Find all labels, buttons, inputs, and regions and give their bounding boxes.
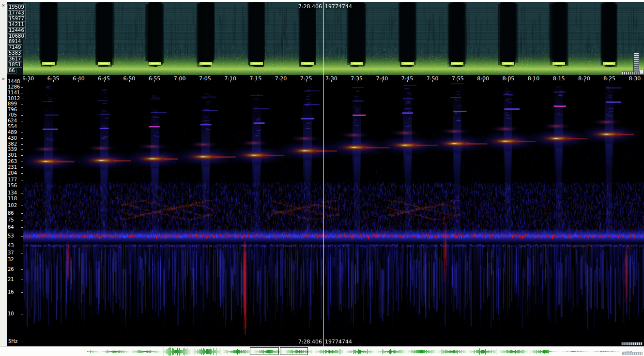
frequency-tick-label: 134 [8, 191, 17, 195]
frequency-tick [21, 280, 23, 280]
frequency-scale-top: 1950917743159771421112446106808914714953… [7, 2, 23, 75]
frequency-tick-label: 177 [8, 178, 17, 182]
overview-strip [0, 346, 644, 356]
time-tick [382, 80, 383, 82]
frequency-tick-label: 53 [8, 234, 14, 238]
frequency-tick-label: 705 [8, 113, 17, 118]
frequency-tick [21, 87, 23, 88]
frequency-tick [21, 167, 23, 168]
time-tick-label: 6:30 [23, 75, 34, 82]
close-top-pane-button[interactable]: × [0, 2, 6, 8]
frequency-tick-label: 26 [8, 267, 14, 272]
frequency-tick [21, 144, 23, 145]
frequency-tick-label: 899 [8, 102, 17, 106]
cursor-time-label: 7:28.406 [298, 3, 322, 10]
frequency-tick [21, 206, 23, 206]
spectrogram-canvas-top[interactable] [23, 2, 644, 75]
time-tick [432, 80, 433, 82]
cursor-time-label: 7:28.406 [298, 339, 322, 345]
time-tick [53, 80, 54, 82]
frequency-tick [21, 186, 23, 186]
frequency-tick [21, 149, 23, 150]
overview-waveform-canvas[interactable] [7, 347, 644, 356]
frequency-tick [21, 127, 23, 127]
frequency-tick-label: 3617 [7, 56, 22, 62]
frequency-tick-label: 12446 [7, 28, 26, 33]
app-window: × × 195091774315977142111244610680891471… [0, 0, 644, 356]
frequency-tick-label: 21 [8, 277, 14, 282]
frequency-tick-label: 1448 [8, 79, 20, 84]
time-tick [331, 80, 332, 82]
horizontal-zoom-thumbwheel-main[interactable] [621, 342, 643, 345]
time-tick [306, 80, 307, 82]
frequency-tick-label: 14211 [7, 22, 26, 28]
time-tick [104, 80, 105, 82]
frequency-tick-label: 1286 [8, 85, 20, 89]
cursor-frame-label: 19774744 [325, 339, 352, 345]
frequency-tick-label: 43 [8, 243, 14, 248]
frequency-tick-label: 64 [8, 225, 14, 230]
overview-selection-box[interactable] [250, 347, 279, 355]
frequency-tick [21, 269, 23, 270]
frequency-tick-label: 231 [8, 165, 17, 170]
frequency-tick-label: 489 [8, 130, 17, 135]
spectrogram-pane-main: 6:306:356:406:456:506:557:007:057:107:15… [7, 75, 644, 346]
frequency-tick [21, 162, 23, 162]
frequency-tick [21, 292, 23, 293]
frequency-tick-label: 15977 [7, 16, 26, 22]
frequency-tick-label: 554 [8, 124, 17, 129]
time-tick [610, 80, 610, 82]
spectrogram-canvas-main[interactable] [23, 82, 644, 346]
close-main-pane-button[interactable]: × [0, 76, 6, 82]
time-tick [559, 80, 559, 82]
time-tick [458, 80, 458, 82]
time-tick [230, 80, 231, 82]
playback-cursor-line-top [323, 2, 324, 75]
frequency-tick [21, 104, 23, 104]
frequency-tick-label: 10 [8, 312, 14, 316]
frequency-tick-label: 382 [8, 142, 17, 147]
frequency-tick [21, 99, 23, 99]
frequency-tick [21, 246, 23, 246]
frequency-tick-label: 624 [8, 119, 17, 123]
frequency-tick-label: 8914 [7, 39, 22, 44]
time-tick [534, 80, 534, 82]
time-tick [129, 80, 130, 82]
cursor-frame-label: 19774744 [325, 3, 352, 10]
time-tick [584, 80, 584, 82]
frequency-tick [21, 236, 23, 237]
time-tick [28, 80, 29, 82]
time-tick [483, 80, 484, 82]
frequency-tick [21, 82, 23, 82]
vertical-zoom-thumbwheel[interactable] [633, 53, 639, 73]
frequency-tick-label: 156 [8, 183, 17, 188]
frequency-tick-label: 5383 [7, 50, 22, 56]
frequency-tick [21, 121, 23, 121]
pane-corner-button[interactable] [640, 69, 644, 74]
frequency-tick-label: 86 [7, 68, 16, 74]
frequency-tick [21, 220, 23, 221]
frequency-tick-label: 796 [8, 107, 17, 112]
frequency-tick [21, 227, 23, 228]
frequency-tick [21, 260, 23, 260]
frequency-tick [21, 93, 23, 93]
frequency-tick-label: 37 [8, 251, 14, 255]
time-tick [281, 80, 281, 82]
time-tick [407, 80, 408, 82]
frequency-tick-label: 1141 [8, 90, 20, 95]
frequency-tick [21, 115, 23, 116]
time-tick [180, 80, 180, 82]
frequency-tick [21, 173, 23, 174]
overview-resize-grip[interactable] [622, 352, 643, 355]
frequency-tick-label: 263 [8, 159, 17, 164]
pane-gutter [0, 0, 7, 346]
overview-selection-box[interactable] [280, 347, 308, 355]
frequency-tick [21, 253, 23, 253]
frequency-tick-label: 19509 [7, 4, 26, 10]
frequency-tick-label: 32 [8, 257, 14, 262]
time-tick [256, 80, 256, 82]
frequency-tick-label: 118 [8, 196, 17, 201]
time-tick [508, 80, 509, 82]
frequency-tick-label: 75 [8, 218, 14, 222]
frequency-scale-main: 1448128611411012899796705624554489430382… [7, 75, 23, 346]
